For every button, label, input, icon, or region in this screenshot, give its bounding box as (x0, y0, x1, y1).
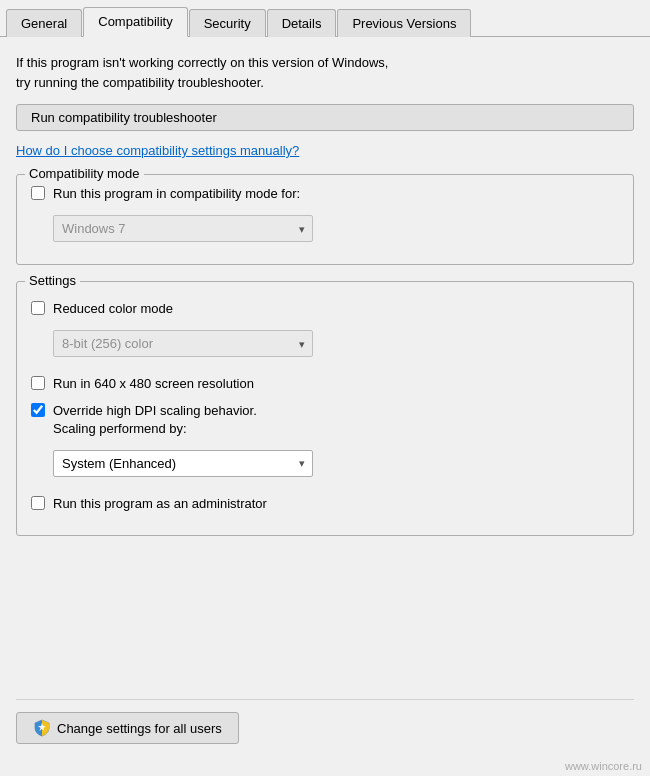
compatibility-mode-checkbox-label: Run this program in compatibility mode f… (53, 185, 300, 203)
tab-content: If this program isn't working correctly … (0, 37, 650, 756)
tab-general[interactable]: General (6, 9, 82, 37)
run-troubleshooter-button[interactable]: Run compatibility troubleshooter (16, 104, 634, 131)
color-dropdown-wrapper: 8-bit (256) color 16-bit (65536) color ▾ (53, 330, 313, 357)
resolution-row: Run in 640 x 480 screen resolution (31, 375, 619, 393)
change-settings-label: Change settings for all users (57, 721, 222, 736)
compatibility-mode-dropdown-wrapper: Windows 7 Windows XP (Service Pack 2) Wi… (53, 215, 313, 242)
tab-details[interactable]: Details (267, 9, 337, 37)
compatibility-mode-dropdown[interactable]: Windows 7 Windows XP (Service Pack 2) Wi… (53, 215, 313, 242)
color-mode-dropdown[interactable]: 8-bit (256) color 16-bit (65536) color (53, 330, 313, 357)
settings-group: Settings Reduced color mode 8-bit (256) … (16, 281, 634, 536)
change-settings-button[interactable]: Change settings for all users (16, 712, 239, 744)
compatibility-mode-row: Run this program in compatibility mode f… (31, 185, 619, 203)
intro-text: If this program isn't working correctly … (16, 53, 634, 92)
dpi-scaling-dropdown[interactable]: Application System System (Enhanced) (53, 450, 313, 477)
compatibility-mode-checkbox[interactable] (31, 186, 45, 200)
watermark: www.wincore.ru (0, 756, 650, 776)
settings-group-label: Settings (25, 273, 80, 288)
dialog-window: General Compatibility Security Details P… (0, 0, 650, 776)
admin-label: Run this program as an administrator (53, 495, 267, 513)
dpi-checkbox[interactable] (31, 403, 45, 417)
tab-security[interactable]: Security (189, 9, 266, 37)
bottom-area: Change settings for all users (16, 699, 634, 744)
compatibility-mode-label: Compatibility mode (25, 166, 144, 181)
admin-row: Run this program as an administrator (31, 495, 619, 513)
reduced-color-label: Reduced color mode (53, 300, 173, 318)
dpi-row: Override high DPI scaling behavior. Scal… (31, 402, 619, 438)
tab-bar: General Compatibility Security Details P… (0, 0, 650, 37)
tab-previous-versions[interactable]: Previous Versions (337, 9, 471, 37)
shield-icon (33, 719, 51, 737)
dpi-label: Override high DPI scaling behavior. Scal… (53, 402, 257, 438)
dpi-dropdown-wrapper: Application System System (Enhanced) ▾ (53, 450, 313, 477)
compatibility-settings-link[interactable]: How do I choose compatibility settings m… (16, 143, 634, 158)
reduced-color-checkbox[interactable] (31, 301, 45, 315)
settings-content: Reduced color mode 8-bit (256) color 16-… (31, 300, 619, 513)
tab-compatibility[interactable]: Compatibility (83, 7, 187, 37)
reduced-color-row: Reduced color mode (31, 300, 619, 318)
compatibility-mode-group: Compatibility mode Run this program in c… (16, 174, 634, 265)
resolution-label: Run in 640 x 480 screen resolution (53, 375, 254, 393)
resolution-checkbox[interactable] (31, 376, 45, 390)
admin-checkbox[interactable] (31, 496, 45, 510)
